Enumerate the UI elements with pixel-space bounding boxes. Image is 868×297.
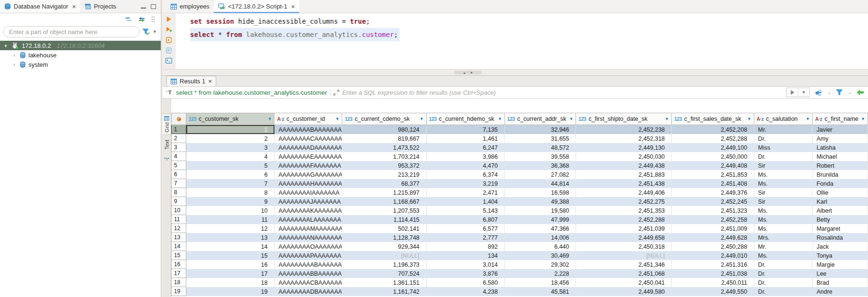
cell-c_salutation[interactable]: Dr.	[754, 269, 813, 278]
cell-c_customer_sk[interactable]: 15	[186, 251, 274, 260]
cell-c_customer_sk[interactable]: 1	[186, 125, 274, 134]
cell-c_salutation[interactable]: Sir	[754, 188, 813, 197]
cell-c_customer_sk[interactable]: 4	[186, 152, 274, 161]
cell-c_first_sales_date_sk[interactable]: 2,451,009	[672, 224, 754, 233]
column-header-c_first_shipto_date_sk[interactable]: 123c_first_shipto_date_sk▼	[576, 113, 672, 125]
cell-c_customer_sk[interactable]: 19	[186, 287, 274, 296]
table-row[interactable]: 1818AAAAAAAACBAAAAAA1,361,1516,58018,456…	[171, 278, 868, 287]
cell-c_salutation[interactable]: Ms.	[754, 251, 813, 260]
cell-c_customer_id[interactable]: AAAAAAAABBAAAAAA	[274, 269, 342, 278]
table-row[interactable]: 1717AAAAAAAABBAAAAAA707,5243,8762,2282,4…	[171, 269, 868, 278]
cell-c_first_shipto_date_sk[interactable]: 2,451,438	[576, 179, 672, 188]
sort-dropdown-icon[interactable]: ▼	[569, 117, 573, 121]
sql-line[interactable]: set session hide_inaccessible_columns = …	[190, 15, 400, 28]
cell-c_salutation[interactable]: Ms.	[754, 179, 813, 188]
cell-c_first_name[interactable]: Brad	[813, 278, 868, 287]
cell-c_first_shipto_date_sk[interactable]: 2,452,288	[576, 215, 672, 224]
cell-c_current_hdemo_sk[interactable]: 3,014	[427, 260, 505, 269]
cell-c_salutation[interactable]: Mr.	[754, 125, 813, 134]
row-number[interactable]: 18	[171, 278, 186, 287]
cell-c_current_addr_sk[interactable]: 48,572	[505, 143, 576, 152]
cell-c_current_cdemo_sk[interactable]: 502,141	[342, 224, 427, 233]
cell-c_first_shipto_date_sk[interactable]: 2,449,580	[576, 287, 672, 296]
cell-c_current_addr_sk[interactable]: 45,581	[505, 287, 576, 296]
eraser-dropdown-chevron-icon[interactable]: ⌄	[828, 90, 831, 95]
cell-c_customer_sk[interactable]: 8	[186, 188, 274, 197]
chevron-down-icon[interactable]: ▾	[3, 43, 9, 48]
column-header-c_current_hdemo_sk[interactable]: 123c_current_hdemo_sk▼	[427, 113, 505, 125]
cell-c_customer_sk[interactable]: 11	[186, 215, 274, 224]
cell-c_current_cdemo_sk[interactable]: 819,667	[342, 134, 427, 143]
cell-c_current_cdemo_sk[interactable]: 1,215,897	[342, 188, 427, 197]
funnel-dropdown-chevron-icon[interactable]: ⌄	[848, 90, 851, 95]
table-row[interactable]: 1515AAAAAAAAPAAAAAAA[NULL]13430,469[NULL…	[171, 251, 868, 260]
cell-c_first_shipto_date_sk[interactable]: 2,449,130	[576, 143, 672, 152]
cell-c_first_sales_date_sk[interactable]: 2,449,550	[672, 287, 754, 296]
tab-database-navigator[interactable]: Database Navigator ×	[0, 0, 80, 13]
cell-c_customer_id[interactable]: AAAAAAAAGAAAAAAA	[274, 170, 342, 179]
cell-c_customer_sk[interactable]: 16	[186, 260, 274, 269]
column-header-c_salutation[interactable]: A·zc_salutation▼	[754, 113, 813, 125]
cell-c_first_shipto_date_sk[interactable]: 2,451,039	[576, 224, 672, 233]
cell-c_current_addr_sk[interactable]: 18,456	[505, 278, 576, 287]
cell-c_first_name[interactable]: Fonda	[813, 179, 868, 188]
cell-c_first_sales_date_sk[interactable]: 2,449,376	[672, 188, 754, 197]
object-search-input[interactable]	[3, 26, 139, 37]
column-header-c_current_addr_sk[interactable]: 123c_current_addr_sk▼	[505, 113, 576, 125]
cell-c_first_name[interactable]: Margaret	[813, 224, 868, 233]
table-row[interactable]: 1010AAAAAAAAKAAAAAAA1,207,5535,14319,580…	[171, 206, 868, 215]
cell-c_first_name[interactable]: Ollie	[813, 188, 868, 197]
tab-results-1[interactable]: Results 1 ×	[166, 76, 216, 86]
cell-c_current_hdemo_sk[interactable]: 2,471	[427, 188, 505, 197]
cell-c_salutation[interactable]: Ms.	[754, 224, 813, 233]
cell-c_current_hdemo_sk[interactable]: 892	[427, 242, 505, 251]
cell-c_current_cdemo_sk[interactable]: 68,377	[342, 179, 427, 188]
cell-c_first_sales_date_sk[interactable]: 2,452,288	[672, 134, 754, 143]
sql-editor[interactable]: set session hide_inaccessible_columns = …	[163, 14, 868, 69]
cell-c_current_hdemo_sk[interactable]: 1,461	[427, 134, 505, 143]
cell-c_customer_sk[interactable]: 14	[186, 242, 274, 251]
tree-item-connection[interactable]: ▾ 172.18.0.2 172.18.0.2:31604	[0, 41, 161, 50]
cell-c_customer_sk[interactable]: 12	[186, 224, 274, 233]
cell-c_customer_id[interactable]: AAAAAAAAABAAAAAA	[274, 260, 342, 269]
execute-new-tab-icon[interactable]	[165, 27, 172, 33]
chevron-right-icon[interactable]: ›	[11, 53, 17, 58]
apply-filter-button[interactable]: ▼	[786, 88, 810, 97]
sort-dropdown-icon[interactable]: ▼	[420, 117, 424, 121]
column-header-c_customer_id[interactable]: A·zc_customer_id▼	[274, 113, 342, 125]
custom-filter-icon[interactable]: T	[165, 89, 173, 96]
cell-c_current_cdemo_sk[interactable]: 707,524	[342, 269, 427, 278]
row-number[interactable]: 13	[171, 233, 186, 242]
cell-c_customer_sk[interactable]: 3	[186, 143, 274, 152]
cell-c_current_addr_sk[interactable]: 31,655	[505, 134, 576, 143]
table-row[interactable]: 99AAAAAAAAJAAAAAAA1,168,6671,40449,3882,…	[171, 197, 868, 206]
cell-c_customer_id[interactable]: AAAAAAAAMAAAAAAA	[274, 224, 342, 233]
grid-corner-cell[interactable]	[171, 113, 186, 125]
table-row[interactable]: 22AAAAAAAACAAAAAAA819,6671,46131,6552,45…	[171, 134, 868, 143]
row-number[interactable]: 9	[171, 197, 186, 206]
row-number[interactable]: 11	[171, 215, 186, 224]
cell-c_current_addr_sk[interactable]: 14,006	[505, 233, 576, 242]
row-number[interactable]: 6	[171, 170, 186, 179]
cell-c_salutation[interactable]: Dr.	[754, 260, 813, 269]
sort-dropdown-icon[interactable]: ▼	[498, 117, 502, 121]
cell-c_salutation[interactable]: Ms.	[754, 206, 813, 215]
cell-c_customer_id[interactable]: AAAAAAAAJAAAAAAA	[274, 197, 342, 206]
cell-c_first_name[interactable]: Latisha	[813, 143, 868, 152]
cell-c_first_sales_date_sk[interactable]: 2,450,011	[672, 278, 754, 287]
cell-c_current_addr_sk[interactable]: 30,469	[505, 251, 576, 260]
cell-c_customer_id[interactable]: AAAAAAAADAAAAAAA	[274, 143, 342, 152]
cell-c_salutation[interactable]: Mrs.	[754, 233, 813, 242]
sort-dropdown-icon[interactable]: ▼	[861, 117, 865, 121]
table-row[interactable]: 88AAAAAAAAIAAAAAAA1,215,8972,47116,5982,…	[171, 188, 868, 197]
minimize-icon[interactable]	[141, 4, 146, 9]
cell-c_current_cdemo_sk[interactable]: [NULL]	[342, 251, 427, 260]
cell-c_first_sales_date_sk[interactable]: 2,450,000	[672, 152, 754, 161]
cell-c_salutation[interactable]: Ms.	[754, 170, 813, 179]
collapse-all-icon[interactable]	[125, 17, 132, 22]
cell-c_first_name[interactable]: Amy	[813, 134, 868, 143]
cell-c_salutation[interactable]: Miss	[754, 143, 813, 152]
cell-c_customer_sk[interactable]: 10	[186, 206, 274, 215]
cell-c_current_cdemo_sk[interactable]: 929,344	[342, 242, 427, 251]
filter-funnel-icon[interactable]	[836, 89, 843, 96]
